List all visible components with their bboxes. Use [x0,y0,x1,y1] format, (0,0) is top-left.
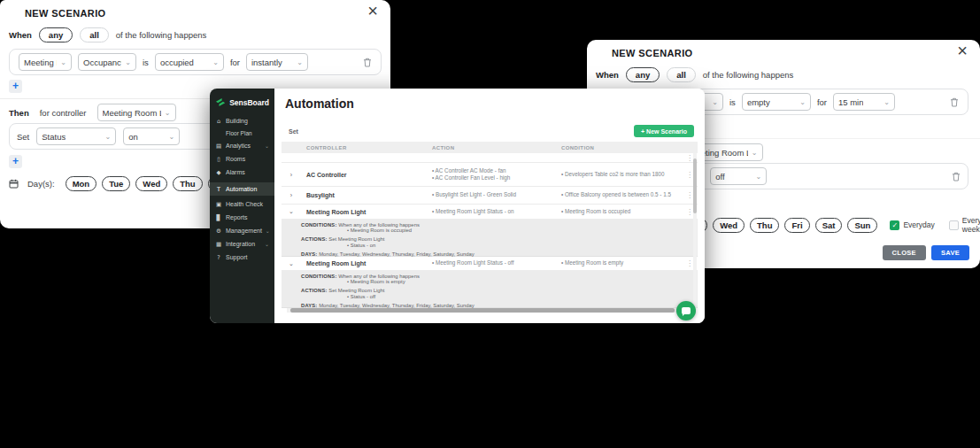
sidebar-item-alarms[interactable]: ◆ Alarms [210,166,274,179]
set-value-select[interactable]: on⌄ [123,127,180,145]
actions-intro: Set Meeting Room Light [328,288,384,293]
expand-icon[interactable]: › [282,172,301,178]
sidebar: SensBoard ⌂ Building Floor Plan ▤ Analyt… [210,89,274,323]
sidebar-item-support[interactable]: ? Support [210,251,274,264]
building-icon: ⌂ [215,118,222,125]
all-toggle[interactable]: all [667,67,696,82]
delete-condition-button[interactable] [363,58,372,67]
chevron-down-icon: ⌄ [212,58,219,66]
calendar-icon [9,179,19,189]
sidebar-item-reports[interactable]: ▊ Reports [210,211,274,224]
new-scenario-button[interactable]: + New Scenario [634,125,694,137]
expand-icon[interactable]: › [282,192,301,198]
chat-fab-button[interactable] [676,301,696,321]
is-label: is [729,97,736,107]
chevron-down-icon: ⌄ [756,173,762,181]
day-pill-sat[interactable]: Sat [815,218,843,233]
sidebar-item-rooms[interactable]: ▯ Rooms [210,152,274,166]
dialog-title: NEW SCENARIO [25,8,106,19]
dialog-title: NEW SCENARIO [612,48,693,58]
table-row-meeting-room-light-off[interactable]: ⌄ Meeting Room Light Meeting Room Light … [282,257,698,270]
collapse-icon[interactable]: ⌄ [282,208,301,215]
action-detail-item: Status - on [301,243,691,249]
device-select[interactable]: Meeting Roo...⌄ [19,53,72,71]
sidebar-item-management[interactable]: ⚙ Management ⌄ [210,224,274,237]
table-header: CONTROLLER ACTION CONDITION [282,142,698,153]
any-toggle[interactable]: any [39,27,73,42]
sidebar-item-integration[interactable]: ▦ Integration ⌄ [210,237,274,251]
action-item: AC Controller Fan Level - high [432,174,552,182]
sidebar-item-automation[interactable]: T Automation [210,182,274,196]
checkbox-checked-icon: ✓ [890,220,899,230]
table-row-ac-controller[interactable]: › AC Controller AC Controller AC Mode - … [282,163,698,187]
action-item: AC Controller AC Mode - fan [432,167,552,175]
table-row-meeting-room-light-on[interactable]: ⌄ Meeting Room Light Meeting Room Light … [282,205,698,219]
condition-row: Meeting Roo...⌄ Occupancy⌄ is occupied⌄ … [9,49,382,75]
when-row: When any all of the following happens [596,67,793,82]
action-item: Meeting Room Light Status - off [432,259,552,267]
condition-item: Meeting Room is occupied [561,208,678,216]
checkbox-unchecked-icon [949,220,959,230]
close-icon[interactable]: × [364,1,382,20]
condition-detail-item: Meeting Room is occupied [301,228,691,234]
day-pill-thu[interactable]: Thu [750,218,779,233]
scrollbar-thumb[interactable] [693,158,697,213]
add-condition-button[interactable]: + [9,80,22,93]
alarms-icon: ◆ [215,169,222,176]
metric-select[interactable]: Occupancy⌄ [78,53,136,71]
actions-label: ACTIONS: [301,288,328,293]
close-button[interactable]: CLOSE [883,245,926,260]
days-value: Monday, Tuesday, Wednesday, Thursday, Fr… [319,251,475,257]
day-pill-wed[interactable]: Wed [713,218,745,233]
chevron-down-icon: ⌄ [105,133,112,141]
row-detail-on: CONDITIONS: When any of the following ha… [282,219,698,257]
table-row-busylight[interactable]: › Busylight Busylight Set Light - Green … [282,187,698,205]
everyday-checkbox[interactable]: ✓ Everyday [890,220,934,230]
conditions-label: CONDITIONS: [301,222,337,228]
sidebar-item-health-check[interactable]: ▣ Health Check [210,197,274,211]
state-select[interactable]: empty⌄ [742,93,811,111]
reports-icon: ▊ [215,214,222,221]
sidebar-item-analytics[interactable]: ▤ Analytics ⌄ [210,139,274,152]
day-pill-fri[interactable]: Fri [784,218,809,233]
every-weekday-checkbox[interactable]: Every weekday [949,216,980,234]
sensboard-logo-icon [215,97,226,107]
page-title: Automation [285,97,354,111]
is-label: is [143,58,149,67]
all-toggle[interactable]: all [80,27,109,42]
state-select[interactable]: occupied⌄ [155,53,224,71]
day-pill-sun[interactable]: Sun [847,218,877,233]
when-suffix: of the following happens [116,30,206,40]
delete-action-button[interactable] [952,172,961,182]
sensboard-window: SensBoard ⌂ Building Floor Plan ▤ Analyt… [210,89,705,323]
chat-icon [682,307,691,314]
automation-card: Set + New Scenario CONTROLLER ACTION CON… [282,120,698,316]
table-row-partial[interactable]: ⋮ [282,153,698,163]
day-pill-mon[interactable]: Mon [66,176,97,191]
sidebar-item-building[interactable]: ⌂ Building [210,114,274,127]
add-action-button[interactable]: + [9,155,22,168]
support-icon: ? [215,254,222,261]
save-button[interactable]: SAVE [931,245,969,260]
brand[interactable]: SensBoard [210,94,274,114]
day-pill-tue[interactable]: Tue [102,176,130,191]
controller-select[interactable]: Meeting Room Light⌄ [97,104,176,121]
delete-condition-button[interactable] [950,97,959,107]
scrollbar-thumb[interactable] [290,308,675,313]
sidebar-item-floor-plan[interactable]: Floor Plan [210,127,274,139]
vertical-scrollbar[interactable] [693,153,697,308]
duration-select[interactable]: instantly⌄ [246,53,308,71]
automation-icon: T [215,186,222,193]
close-icon[interactable]: × [953,41,971,60]
for-label: for [817,97,827,107]
collapse-icon[interactable]: ⌄ [282,260,301,267]
integration-icon: ▦ [215,241,222,248]
chevron-down-icon: ⌄ [165,109,171,117]
horizontal-scrollbar[interactable] [287,308,683,313]
duration-select[interactable]: 15 min⌄ [833,93,895,111]
set-value-select[interactable]: off⌄ [710,167,767,185]
day-pill-wed[interactable]: Wed [135,176,167,191]
any-toggle[interactable]: any [626,67,660,82]
day-pill-thu[interactable]: Thu [173,176,202,191]
set-property-select[interactable]: Status⌄ [36,127,116,145]
